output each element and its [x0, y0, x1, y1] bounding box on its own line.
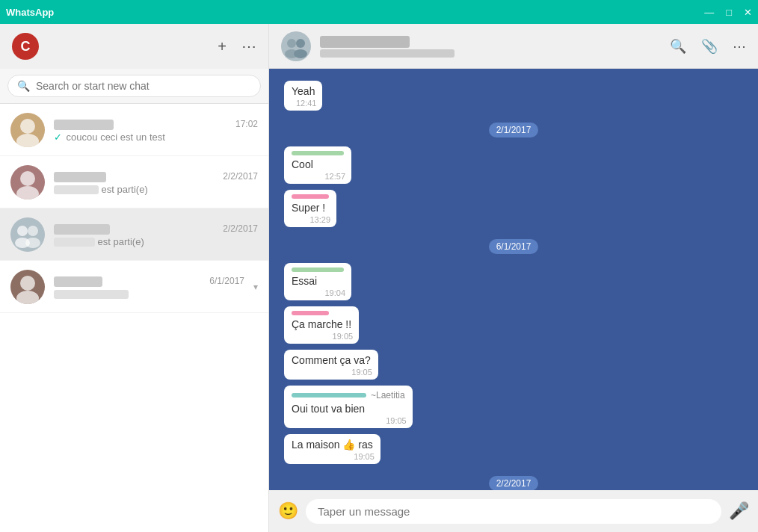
emoji-button[interactable]: 🙂	[278, 501, 298, 521]
attach-button[interactable]: 📎	[701, 38, 718, 55]
message-bubble: La maison 👍 ras 19:05	[284, 434, 380, 464]
message-text: Oui tout va bien	[292, 403, 365, 415]
chat-header: 🔍 📎 ⋯	[269, 24, 758, 69]
chat-time: 2/2/2017	[223, 171, 258, 182]
message-input[interactable]	[306, 499, 721, 524]
svg-point-2	[20, 171, 35, 186]
chat-name	[54, 169, 106, 182]
sidebar-header: C + ⋯	[0, 24, 268, 69]
sidebar: C + ⋯ 🔍 17	[0, 24, 269, 532]
input-area: 🙂 🎤	[269, 490, 758, 532]
chat-name	[54, 273, 102, 286]
chat-header-subtitle	[320, 48, 661, 58]
chat-preview: ✓ coucou ceci est un test	[54, 132, 203, 143]
sidebar-user-avatar[interactable]: C	[12, 33, 39, 60]
chat-header-name	[320, 34, 661, 47]
message-text: Essai	[292, 275, 317, 287]
svg-point-7	[25, 238, 40, 248]
message-time: 12:57	[324, 172, 345, 181]
search-inner: 🔍	[7, 75, 261, 97]
avatar	[10, 113, 45, 147]
svg-point-13	[294, 49, 307, 58]
svg-point-12	[296, 39, 305, 48]
message-time: 12:41	[296, 99, 317, 108]
more-options-button[interactable]: ⋯	[241, 37, 256, 55]
avatar	[10, 165, 45, 200]
chat-preview: est parti(e)	[54, 184, 203, 195]
message-time: 13:29	[309, 215, 330, 224]
date-badge: 2/2/2017	[489, 476, 539, 490]
svg-point-0	[20, 119, 35, 134]
message-text: Yeah	[292, 85, 315, 97]
avatar	[10, 270, 45, 304]
message-text: Comment ça va?	[292, 354, 371, 366]
chat-name	[54, 117, 114, 129]
svg-point-1	[16, 134, 39, 147]
sender-tag	[292, 393, 366, 398]
titlebar-controls: — □ ✕	[704, 7, 752, 17]
chat-item[interactable]: 2/2/2017 est parti(e)	[0, 208, 268, 261]
sender-tag	[292, 194, 329, 199]
new-chat-button[interactable]: +	[218, 38, 227, 55]
svg-point-8	[20, 276, 35, 291]
message-time: 19:05	[333, 332, 354, 341]
chat-time: 6/1/2017	[209, 276, 244, 286]
message-bubble: Yeah 12:41	[284, 81, 322, 111]
chat-item[interactable]: 2/2/2017 est parti(e)	[0, 156, 268, 208]
message-bubble: Essai 19:04	[284, 263, 351, 300]
message-text: La maison 👍 ras	[292, 439, 373, 451]
message-bubble: Super ! 13:29	[284, 190, 336, 227]
more-chat-options-button[interactable]: ⋯	[733, 38, 746, 55]
chat-info: 2/2/2017 est parti(e)	[54, 169, 258, 194]
date-badge: 6/1/2017	[489, 239, 539, 254]
message-bubble: Ça marche !! 19:05	[284, 306, 359, 344]
message-time: 19:04	[324, 288, 345, 297]
chat-area: 🔍 📎 ⋯ Yeah 12:41 2/1/2017 Cool 12:57	[269, 24, 758, 532]
message-bubble: Comment ça va? 19:05	[284, 350, 378, 380]
chat-info: 2/2/2017 est parti(e)	[54, 221, 258, 247]
chat-time: 2/2/2017	[223, 223, 258, 234]
messages-area: Yeah 12:41 2/1/2017 Cool 12:57 Super ! 1…	[269, 69, 758, 490]
sender-tag	[292, 311, 329, 315]
chat-time: 17:02	[235, 119, 258, 129]
chat-item[interactable]: 17:02 ✓ coucou ceci est un test	[0, 104, 268, 156]
titlebar: WhatsApp — □ ✕	[0, 0, 758, 24]
chat-header-avatar	[281, 31, 311, 61]
chat-list: 17:02 ✓ coucou ceci est un test 2/2/2017…	[0, 104, 268, 532]
main-layout: C + ⋯ 🔍 17	[0, 24, 758, 532]
minimize-button[interactable]: —	[704, 7, 714, 17]
search-icon: 🔍	[17, 80, 30, 92]
search-bar: 🔍	[0, 69, 268, 104]
message-text: Ça marche !!	[292, 318, 351, 330]
search-chat-button[interactable]: 🔍	[670, 38, 686, 55]
message-text: Super !	[292, 202, 325, 214]
mic-button[interactable]: 🎤	[729, 501, 749, 521]
maximize-button[interactable]: □	[726, 7, 732, 17]
svg-point-6	[28, 226, 38, 236]
chat-item[interactable]: 6/1/2017 ▾	[0, 261, 268, 313]
chevron-down-icon: ▾	[253, 282, 258, 292]
svg-point-9	[16, 291, 39, 304]
message-text: Cool	[292, 158, 313, 170]
sender-tag	[292, 267, 344, 272]
chat-header-actions: 🔍 📎 ⋯	[670, 38, 746, 55]
date-badge: 2/1/2017	[489, 123, 539, 137]
message-time: 19:05	[351, 368, 372, 377]
chat-name	[54, 221, 110, 234]
close-button[interactable]: ✕	[744, 7, 752, 17]
message-time: 19:05	[386, 416, 407, 425]
chat-preview: est parti(e)	[54, 236, 203, 247]
chat-info: 6/1/2017	[54, 273, 244, 299]
titlebar-title: WhatsApp	[6, 7, 54, 18]
message-bubble: ~Laetitia Oui tout va bien 19:05	[284, 386, 413, 428]
sender-label: ~Laetitia	[371, 390, 405, 400]
avatar	[10, 217, 45, 252]
search-input[interactable]	[36, 80, 251, 92]
chat-extra: ▾	[253, 282, 258, 292]
chat-info: 17:02 ✓ coucou ceci est un test	[54, 117, 258, 142]
message-time: 19:05	[354, 452, 375, 461]
svg-point-10	[287, 39, 296, 48]
svg-point-3	[16, 186, 39, 200]
chat-header-info	[320, 34, 661, 58]
message-bubble: Cool 12:57	[284, 146, 351, 184]
